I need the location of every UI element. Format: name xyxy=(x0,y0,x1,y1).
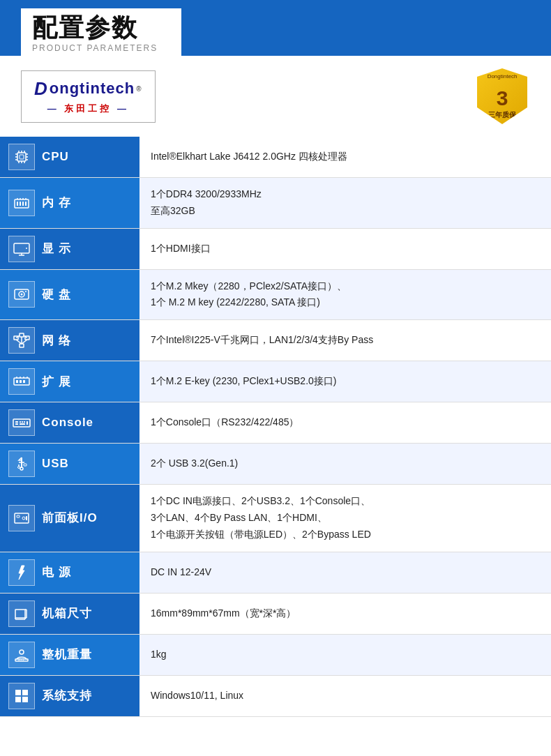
svg-point-26 xyxy=(26,248,27,249)
svg-rect-43 xyxy=(23,380,25,383)
svg-point-29 xyxy=(21,294,23,296)
spec-value-power: DC IN 12-24V xyxy=(139,552,551,593)
memory-icon xyxy=(8,190,35,216)
spec-label-text-cpu: CPU xyxy=(42,150,69,164)
spec-row-expansion: 扩 展1个M.2 E-key (2230, PClex1+USB2.0接口) xyxy=(0,361,551,402)
svg-rect-17 xyxy=(22,202,24,206)
spec-label-console: Console xyxy=(0,402,139,444)
spec-label-power: 电 源 xyxy=(0,552,139,593)
badge-shield: Dongtintech 3 三年质保 xyxy=(477,68,527,124)
logo-area: D ongtintech ® — 东田工控 — Dongtintech 3 三年… xyxy=(0,56,551,131)
spec-value-expansion: 1个M.2 E-key (2230, PClex1+USB2.0接口) xyxy=(139,361,551,402)
brand-name: D ongtintech ® xyxy=(34,78,142,100)
badge-top-text: Dongtintech xyxy=(488,73,518,80)
svg-rect-55 xyxy=(27,421,28,425)
display-icon xyxy=(8,236,35,262)
badge-bottom-text: 三年质保 xyxy=(488,110,516,120)
svg-point-61 xyxy=(20,467,23,470)
spec-value-os: Windows10/11, Linux xyxy=(139,675,551,716)
spec-label-expansion: 扩 展 xyxy=(0,361,139,402)
svg-rect-49 xyxy=(15,421,18,423)
svg-rect-34 xyxy=(20,344,24,347)
spec-label-weight: KG整机重量 xyxy=(0,634,139,675)
brand-d: D xyxy=(34,78,48,100)
spec-label-text-usb: USB xyxy=(42,457,69,471)
spec-value-display: 1个HDMI接口 xyxy=(139,228,551,269)
spec-label-text-dimensions: 机箱尺寸 xyxy=(42,605,92,621)
svg-line-39 xyxy=(22,340,27,344)
svg-rect-54 xyxy=(20,423,25,425)
spec-label-text-console: Console xyxy=(42,416,93,430)
page-header: 配置参数 PRODUCT PARAMETERS xyxy=(0,0,551,56)
spec-label-display: 显 示 xyxy=(0,228,139,269)
svg-rect-0 xyxy=(17,153,26,161)
brand-rest: ongtintech xyxy=(50,80,135,98)
spec-label-text-network: 网 络 xyxy=(42,333,71,349)
svg-rect-79 xyxy=(15,697,21,702)
page-subtitle: PRODUCT PARAMETERS xyxy=(32,43,167,53)
svg-rect-15 xyxy=(17,202,18,206)
spec-value-console: 1个Console口（RS232/422/485） xyxy=(139,402,551,444)
spec-label-os: 系统支持 xyxy=(0,675,139,716)
spec-row-console: Console1个Console口（RS232/422/485） xyxy=(0,402,551,444)
svg-rect-1 xyxy=(20,155,24,159)
spec-label-text-front-io: 前面板I/O xyxy=(42,510,98,526)
spec-value-memory: 1个DDR4 3200/2933MHz至高32GB xyxy=(139,178,551,229)
svg-marker-66 xyxy=(19,566,24,580)
front-io-icon xyxy=(8,505,35,531)
svg-point-64 xyxy=(22,517,25,520)
expansion-icon xyxy=(8,368,35,395)
spec-label-text-weight: 整机重量 xyxy=(42,647,92,663)
spec-row-memory: 内 存1个DDR4 3200/2933MHz至高32GB xyxy=(0,178,551,229)
svg-rect-51 xyxy=(20,421,21,423)
svg-rect-80 xyxy=(22,697,28,702)
spec-value-front-io: 1个DC IN电源接口、2个USB3.2、1个Console口、3个LAN、4个… xyxy=(139,485,551,552)
spec-row-front-io: 前面板I/O1个DC IN电源接口、2个USB3.2、1个Console口、3个… xyxy=(0,485,551,552)
spec-row-storage: 硬 盘1个M.2 Mkey（2280，PClex2/SATA接口）、1个 M.2… xyxy=(0,269,551,320)
svg-rect-18 xyxy=(25,202,27,206)
spec-value-storage: 1个M.2 Mkey（2280，PClex2/SATA接口）、1个 M.2 M … xyxy=(139,269,551,320)
spec-value-network: 7个Intel®I225-V千兆网口，LAN1/2/3/4支持By Pass xyxy=(139,320,551,361)
spec-value-dimensions: 16mm*89mm*67mm（宽*深*高） xyxy=(139,593,551,634)
spec-label-usb: USB xyxy=(0,444,139,485)
spec-label-front-io: 前面板I/O xyxy=(0,485,139,552)
spec-row-cpu: CPUIntel®Elkhart Lake J6412 2.0GHz 四核处理器 xyxy=(0,137,551,178)
spec-label-network: 网 络 xyxy=(0,320,139,361)
spec-label-dimensions: 机箱尺寸 xyxy=(0,593,139,634)
spec-value-weight: 1kg xyxy=(139,634,551,675)
power-icon xyxy=(8,559,35,586)
svg-rect-67 xyxy=(15,610,25,618)
svg-rect-63 xyxy=(17,515,20,517)
svg-rect-58 xyxy=(24,464,27,466)
brand-sub: — 东田工控 — xyxy=(47,103,129,115)
spec-label-memory: 内 存 xyxy=(0,178,139,229)
svg-rect-41 xyxy=(16,380,18,383)
usb-icon xyxy=(8,451,35,477)
spec-row-usb: USB2个 USB 3.2(Gen.1) xyxy=(0,444,551,485)
spec-label-text-os: 系统支持 xyxy=(42,688,92,704)
spec-label-text-power: 电 源 xyxy=(42,564,71,580)
svg-rect-65 xyxy=(26,516,27,520)
storage-icon xyxy=(8,281,35,308)
spec-row-power: 电 源DC IN 12-24V xyxy=(0,552,551,593)
svg-rect-16 xyxy=(20,202,21,206)
network-icon xyxy=(8,327,35,354)
svg-point-30 xyxy=(25,291,27,292)
svg-rect-78 xyxy=(22,690,28,695)
specs-table: CPUIntel®Elkhart Lake J6412 2.0GHz 四核处理器… xyxy=(0,137,551,717)
console-icon xyxy=(8,409,35,436)
weight-icon: KG xyxy=(8,642,35,668)
spec-label-text-storage: 硬 盘 xyxy=(42,287,71,303)
badge-number: 3 xyxy=(497,88,508,109)
svg-rect-50 xyxy=(15,423,18,425)
spec-row-os: 系统支持Windows10/11, Linux xyxy=(0,675,551,716)
spec-label-cpu: CPU xyxy=(0,137,139,178)
svg-rect-53 xyxy=(24,421,25,423)
os-icon xyxy=(8,683,35,709)
svg-point-74 xyxy=(20,650,24,654)
page-title: 配置参数 xyxy=(32,14,167,42)
svg-text:KG: KG xyxy=(18,658,24,662)
dimensions-icon xyxy=(8,600,35,627)
brand-logo: D ongtintech ® — 东田工控 — xyxy=(21,70,156,123)
spec-row-dimensions: 机箱尺寸16mm*89mm*67mm（宽*深*高） xyxy=(0,593,551,634)
